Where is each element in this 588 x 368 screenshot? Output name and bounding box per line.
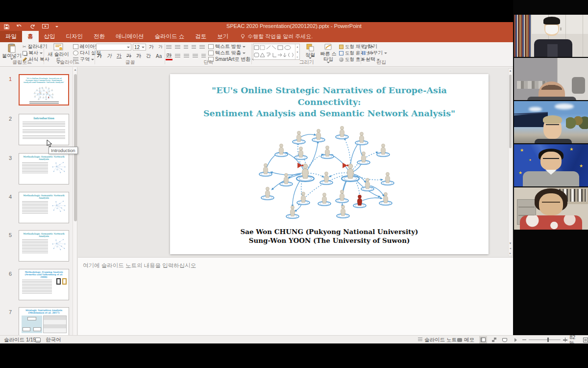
underline-button[interactable]: 가 (116, 53, 122, 59)
align-right-icon[interactable] (184, 54, 189, 58)
top-black-bar (0, 0, 588, 22)
search-icon (362, 45, 366, 49)
change-case-button[interactable]: Aa (155, 53, 163, 59)
scrollbar-thumb[interactable] (509, 75, 512, 148)
italic-button[interactable]: 가 (106, 53, 113, 59)
tell-me-box[interactable]: 수행할 작업을 알려 주세요. (241, 31, 313, 42)
participant-video-2[interactable] (514, 58, 588, 100)
thumbnail-slide-6[interactable]: Methodology: Framing Analysis (Semetko a… (19, 269, 69, 300)
align-text-icon (208, 51, 214, 55)
align-text-button[interactable]: 텍스트 맞춤 (208, 50, 245, 56)
tab-design[interactable]: 디자인 (61, 31, 89, 42)
slideshow-view-button[interactable] (512, 336, 519, 343)
network-diagram-image[interactable] (241, 112, 417, 225)
align-left-icon[interactable] (166, 54, 172, 58)
scroll-up-arrow[interactable]: ▲ (509, 69, 512, 72)
numbering-icon[interactable] (175, 45, 180, 50)
scroll-up-arrow[interactable]: ▲ (74, 68, 77, 72)
slide-indicator[interactable]: 슬라이드 1/15 (4, 336, 36, 344)
zoom-out-button[interactable] (522, 340, 526, 341)
tab-file[interactable]: 파일 (0, 31, 22, 42)
mini-network-image (50, 160, 67, 175)
next-slide-button[interactable]: ▸ (509, 251, 512, 255)
thumbnail-scrollbar[interactable]: ▲ (73, 67, 77, 335)
fit-to-window-button[interactable] (583, 338, 588, 342)
character-spacing-button[interactable]: 간 (145, 53, 152, 59)
grow-font-button[interactable]: 가 (148, 44, 155, 51)
text-direction-icon (208, 44, 214, 49)
zoom-slider-thumb[interactable] (547, 338, 549, 342)
notes-placeholder[interactable]: 여기에 슬라이드 노트의 내용을 입력하십시오 (83, 262, 196, 269)
participant-video-3[interactable] (514, 101, 588, 143)
group-paragraph: 텍스트 방향 텍스트 맞춤 SmartArt로 변환 단락 (166, 42, 251, 66)
notes-pane[interactable]: 여기에 슬라이드 노트의 내용을 입력하십시오 (78, 257, 513, 335)
replace-button[interactable]: 바꾸기 (362, 50, 387, 56)
columns-icon[interactable] (201, 54, 206, 58)
copy-button[interactable]: 복사 (23, 50, 43, 56)
slide-thumbnail-panel: 1 "EU's Online Strategic Narratives of E… (0, 67, 77, 335)
mini-network-image (50, 237, 67, 252)
previous-slide-button[interactable]: ◂ (509, 246, 512, 250)
zoom-in-button[interactable] (563, 338, 567, 342)
find-button[interactable]: 찾기 (362, 44, 377, 50)
font-name-combo[interactable] (96, 44, 131, 51)
thumb1-network-image (26, 84, 62, 101)
new-slide-icon (53, 43, 63, 52)
slide-sorter-view-button[interactable] (490, 336, 498, 343)
participant-video-5[interactable] (514, 187, 588, 230)
tab-home[interactable]: 홈 (22, 31, 39, 42)
tab-animations[interactable]: 애니메이션 (110, 31, 149, 42)
reading-view-button[interactable] (501, 336, 509, 343)
text-shadow-button[interactable]: 가 (135, 53, 142, 59)
current-slide[interactable]: "EU's Online Strategic Narratives of Eur… (170, 74, 489, 254)
line-spacing-icon[interactable] (199, 45, 205, 50)
screen: SPEAC 2020 Presentation(20201202).pptx -… (0, 0, 588, 368)
mouse-cursor (47, 140, 52, 148)
paste-button[interactable]: 붙여넣기 (2, 43, 22, 60)
ribbon-tab-row: 파일 홈 삽입 디자인 전환 애니메이션 슬라이드 쇼 검토 보기 수행할 작업… (0, 31, 588, 42)
thumbnail-slide-4[interactable]: Methodology: Semantic Network Analysis (19, 192, 69, 223)
slide-area-scrollbar[interactable]: ▲ ▼ ◂ ▸ (508, 68, 513, 256)
arrange-button[interactable]: 정렬 (302, 43, 318, 59)
ime-indicator[interactable] (35, 336, 41, 344)
thumbnail-slide-2[interactable]: Introduction (19, 114, 69, 145)
participant-video-1[interactable] (514, 15, 588, 57)
text-direction-button[interactable]: 텍스트 방향 (208, 44, 245, 50)
thumbnail-slide-1[interactable]: "EU's Online Strategic Narratives of Eur… (19, 74, 69, 105)
mini-network-image (50, 199, 67, 214)
glasses (543, 158, 559, 162)
justify-icon[interactable] (193, 54, 198, 58)
language-indicator[interactable]: 한국어 (46, 336, 61, 344)
thumbnail-slide-3[interactable]: Methodology: Semantic Network Analysis (19, 153, 69, 184)
thumbnail-slide-7[interactable]: Strategic Narratives Analysis (Miskimmon… (19, 307, 69, 335)
normal-view-button[interactable] (479, 336, 487, 343)
notes-toggle-button[interactable]: 슬라이드 노트 (418, 336, 457, 344)
slide-authors[interactable]: Sae Won CHUNG (Pukyong National Universi… (170, 228, 489, 245)
shape-outline-icon (339, 51, 343, 55)
participant-video-4[interactable]: ★★ ★★ ★★ (514, 144, 588, 186)
tab-view[interactable]: 보기 (212, 31, 234, 42)
thumbnail-slide-5[interactable]: Methodology: Semantic Network Analysis (19, 230, 69, 262)
decrease-indent-icon[interactable] (184, 45, 188, 50)
strikethrough-button[interactable]: 가 (125, 53, 132, 59)
bullets-icon[interactable] (166, 45, 172, 50)
align-center-icon[interactable] (175, 54, 180, 58)
zoom-slider[interactable] (529, 340, 561, 340)
title-bar: SPEAC 2020 Presentation(20201202).pptx -… (0, 22, 588, 31)
replace-icon (362, 51, 367, 55)
increase-indent-icon[interactable] (192, 45, 196, 50)
tab-insert[interactable]: 삽입 (39, 31, 61, 42)
shapes-gallery[interactable]: ▲▼≡ (253, 44, 300, 60)
shapes-gallery-scroll[interactable]: ▲▼≡ (295, 44, 299, 59)
ribbon: 붙여넣기 ✂잘라내기 복사 서식 복사 클립보드 새 슬라이드 레이아웃 다시 … (0, 42, 588, 67)
shrink-font-button[interactable]: 가 (157, 44, 164, 50)
tab-transitions[interactable]: 전환 (88, 31, 110, 42)
memo-toggle-button[interactable]: 메모 (457, 336, 474, 344)
bookshelf (514, 15, 532, 57)
group-editing: 찾기 바꾸기 선택 편집 (362, 42, 400, 66)
scroll-down-arrow[interactable]: ▼ (509, 242, 512, 245)
font-size-combo[interactable]: 12 (133, 44, 146, 51)
bold-button[interactable]: 가 (96, 53, 103, 59)
tab-slideshow[interactable]: 슬라이드 쇼 (149, 31, 190, 42)
tab-review[interactable]: 검토 (190, 31, 212, 42)
